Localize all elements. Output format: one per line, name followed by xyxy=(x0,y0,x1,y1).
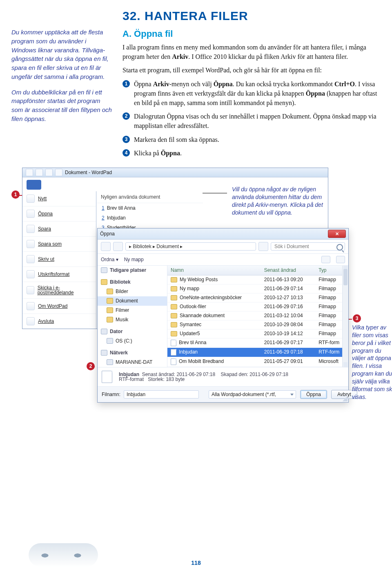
step-badge: 4 xyxy=(122,149,130,157)
organize-menu[interactable]: Ordna ▾ xyxy=(101,257,118,262)
file-icon xyxy=(171,358,176,365)
quick-access-toolbar xyxy=(26,169,62,176)
step-item: 1 Öppna Arkiv-menyn och välj Öppna. Du k… xyxy=(122,79,381,108)
print-icon xyxy=(27,255,35,263)
table-row[interactable]: Om Mobilt Bredband2011-05-27 09:01Micros… xyxy=(167,357,348,366)
folder-icon xyxy=(107,298,113,304)
file-date: 2011-06-29 07:16 xyxy=(261,302,315,311)
close-button[interactable]: ✕ xyxy=(328,230,346,238)
table-row[interactable]: Studentbilder2011-06-29 07:18RTF-form xyxy=(167,366,348,367)
folder-icon xyxy=(171,322,177,327)
tree-network[interactable]: Nätverk xyxy=(98,348,167,358)
back-button[interactable] xyxy=(101,242,111,251)
refresh-button[interactable] xyxy=(258,242,268,251)
table-row[interactable]: Updater52010-10-19 14:12Filmapp xyxy=(167,329,348,338)
step-item: 3 Markera den fil som ska öppnas. xyxy=(122,135,381,144)
table-row[interactable]: Ny mapp2011-06-29 07:14Filmapp xyxy=(167,284,348,293)
menu-item-open[interactable]: Öppna xyxy=(22,206,96,221)
page-number: 118 xyxy=(0,560,392,566)
col-name[interactable]: Namn xyxy=(167,266,261,275)
mail-icon xyxy=(27,286,34,294)
help-icon[interactable] xyxy=(336,256,345,263)
col-date[interactable]: Senast ändrad xyxy=(261,266,315,275)
file-icon xyxy=(102,371,112,383)
menu-item-exit[interactable]: Avsluta xyxy=(22,313,96,329)
clock-icon xyxy=(101,267,107,273)
menu-item-sendmail[interactable]: Skicka i e-postmeddelande xyxy=(22,282,96,298)
qat-icon[interactable] xyxy=(26,169,33,176)
body-paragraph: Starta ett program, till exempel WordPad… xyxy=(122,65,381,75)
table-row[interactable]: Skannade dokument2011-03-12 10:04Filmapp xyxy=(167,311,348,320)
new-folder-button[interactable]: Ny mapp xyxy=(124,257,144,262)
page-title: 32. HANTERA FILER xyxy=(0,0,392,28)
tree-item[interactable]: Filmer xyxy=(98,306,167,315)
drive-icon xyxy=(107,338,113,344)
folder-icon xyxy=(171,304,177,309)
file-menu-button[interactable] xyxy=(27,180,41,190)
info-icon xyxy=(27,302,35,310)
folder-icon xyxy=(171,331,177,336)
menu-item-save[interactable]: Spara xyxy=(22,221,96,236)
undo-icon[interactable] xyxy=(45,169,53,176)
exit-icon xyxy=(27,317,35,325)
table-row[interactable]: Brev til Anna2011-06-29 07:17RTF-form xyxy=(167,338,348,347)
file-date: 2011-06-29 07:14 xyxy=(261,284,315,293)
redo-icon[interactable] xyxy=(55,169,62,176)
file-date: 2011-06-29 07:17 xyxy=(261,338,315,347)
recent-item[interactable]: 2Inbjudan xyxy=(97,213,203,223)
tree-item[interactable]: Musik xyxy=(98,315,167,325)
dialog-title: Öppna xyxy=(100,231,115,236)
forward-button[interactable] xyxy=(113,242,123,251)
scroll-thumb[interactable] xyxy=(343,269,347,285)
body-paragraph: I alla program finns en meny med kommand… xyxy=(122,43,381,61)
file-types-combo[interactable]: Alla Wordpad-dokument (*.rtf, xyxy=(209,390,296,399)
file-name: Inbjudan xyxy=(179,349,198,355)
table-row[interactable]: Outlook-filer2011-06-29 07:16Filmapp xyxy=(167,302,348,311)
file-name: OneNote-anteckningsböcker xyxy=(180,295,242,300)
file-name: My Weblog Posts xyxy=(180,277,218,282)
callout-ball-1: 1 xyxy=(11,190,20,199)
resize-grip-icon[interactable] xyxy=(343,396,347,401)
table-row[interactable]: Inbjudan2011-06-29 07:18RTF-form xyxy=(167,347,348,357)
menu-item-pagesetup[interactable]: Utskriftsformat xyxy=(22,266,96,282)
search-input[interactable]: Sök i Dokument xyxy=(271,242,345,251)
folder-icon xyxy=(171,313,177,318)
table-row[interactable]: OneNote-anteckningsböcker2010-12-27 10:1… xyxy=(167,293,348,302)
menu-item-about[interactable]: Om WordPad xyxy=(22,298,96,313)
menu-item-new[interactable]: Nytt xyxy=(22,191,96,206)
sidebar: Du kommer upptäcka att de flesta program… xyxy=(11,28,113,162)
file-list[interactable]: Namn Senast ändrad Typ My Weblog Posts20… xyxy=(167,266,348,367)
open-button[interactable]: Öppna xyxy=(300,390,327,399)
folder-icon xyxy=(171,295,177,300)
breadcrumb[interactable]: ▸ Bibliotek ▸ Dokument ▸ xyxy=(125,242,256,251)
table-row[interactable]: Symantec2010-10-29 08:04Filmapp xyxy=(167,320,348,329)
table-row[interactable]: My Weblog Posts2011-06-13 09:20Filmapp xyxy=(167,275,348,284)
tree-item[interactable]: OS (C:) xyxy=(98,336,167,346)
tree-item[interactable]: Bilder xyxy=(98,287,167,296)
screenshot: 1 2 3 4 Dokument - WordPad Nytt xyxy=(11,168,381,396)
tree-item[interactable]: MARIANNE-DAT xyxy=(98,358,167,367)
step-badge: 1 xyxy=(122,80,130,87)
new-icon xyxy=(27,195,35,203)
navigation-tree[interactable]: Tidigare platser Bibliotek Bilder Dokume… xyxy=(98,266,167,367)
scroll-down-icon[interactable] xyxy=(343,362,347,367)
recent-item[interactable]: 1Brev till Anna xyxy=(97,203,203,213)
file-menu: Nytt Öppna Spara Spara som Skriv ut Utsk… xyxy=(22,191,96,329)
scrollbar[interactable] xyxy=(342,266,348,367)
file-date: 2011-06-29 07:18 xyxy=(261,366,315,367)
recent-header: Nyligen använda dokument xyxy=(97,191,203,203)
library-icon xyxy=(101,279,107,285)
save-icon[interactable] xyxy=(36,169,43,176)
menu-item-saveas[interactable]: Spara som xyxy=(22,236,96,251)
dialog-titlebar: Öppna ✕ xyxy=(98,228,348,240)
file-date: 2011-05-27 09:01 xyxy=(261,357,315,366)
views-icon[interactable] xyxy=(321,256,330,263)
tree-libraries[interactable]: Bibliotek xyxy=(98,278,167,287)
tree-group[interactable]: Tidigare platser xyxy=(98,266,167,275)
folder-icon xyxy=(171,277,177,282)
menu-item-print[interactable]: Skriv ut xyxy=(22,251,96,266)
tree-computer[interactable]: Dator xyxy=(98,327,167,336)
filename-input[interactable]: Inbjudan xyxy=(124,390,199,399)
callout-ball-3: 3 xyxy=(353,314,361,322)
tree-item[interactable]: Dokument xyxy=(98,296,167,306)
